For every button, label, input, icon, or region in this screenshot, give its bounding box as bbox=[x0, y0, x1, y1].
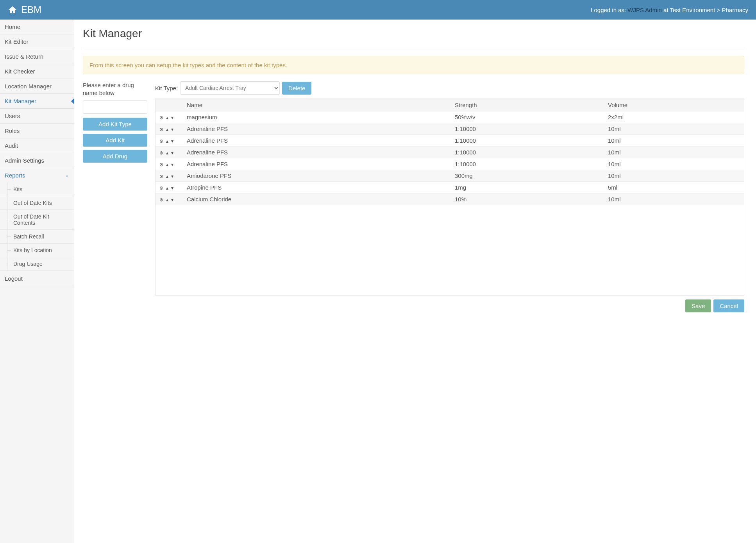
kit-type-panel: Kit Type: Adult Cardiac Arrest Tray Dele… bbox=[155, 81, 744, 312]
drug-table: Name Strength Volume ⊗ ▴ ▾magnesium50%w/… bbox=[155, 99, 744, 205]
remove-icon[interactable]: ⊗ bbox=[159, 127, 163, 132]
drug-name-input[interactable] bbox=[83, 100, 147, 114]
cell-volume: 10ml bbox=[604, 194, 744, 205]
move-up-icon[interactable]: ▴ bbox=[166, 150, 168, 156]
info-banner: From this screen you can setup the kit t… bbox=[83, 56, 744, 74]
add-kit-button[interactable]: Add Kit bbox=[83, 134, 147, 147]
table-row: ⊗ ▴ ▾magnesium50%w/v2x2ml bbox=[155, 111, 744, 123]
reports-label: Reports bbox=[5, 172, 25, 179]
cell-name: Adrenaline PFS bbox=[183, 158, 451, 170]
move-up-icon[interactable]: ▴ bbox=[166, 138, 168, 144]
col-name[interactable]: Name bbox=[183, 99, 451, 111]
login-sep: > bbox=[715, 7, 722, 13]
remove-icon[interactable]: ⊗ bbox=[159, 150, 163, 156]
kit-type-select[interactable]: Adult Cardiac Arrest Tray bbox=[180, 81, 280, 95]
sidebar-subitem-out-of-date-kits[interactable]: Out of Date Kits bbox=[0, 196, 74, 210]
add-drug-button[interactable]: Add Drug bbox=[83, 150, 147, 163]
drug-hint: Please enter a drug name below bbox=[83, 81, 147, 97]
login-user: WJPS Admin bbox=[627, 7, 662, 13]
remove-icon[interactable]: ⊗ bbox=[159, 174, 163, 179]
move-down-icon[interactable]: ▾ bbox=[171, 138, 173, 144]
topbar: EBM Logged in as: WJPS Admin at Test Env… bbox=[0, 0, 756, 20]
cell-strength: 300mg bbox=[451, 170, 604, 182]
sidebar-item-admin-settings[interactable]: Admin Settings bbox=[0, 153, 74, 168]
table-row: ⊗ ▴ ▾Adrenaline PFS1:1000010ml bbox=[155, 147, 744, 158]
remove-icon[interactable]: ⊗ bbox=[159, 185, 163, 191]
home-icon bbox=[8, 5, 17, 14]
sidebar-item-location-manager[interactable]: Location Manager bbox=[0, 79, 74, 93]
cell-volume: 10ml bbox=[604, 123, 744, 135]
remove-icon[interactable]: ⊗ bbox=[159, 162, 163, 167]
move-down-icon[interactable]: ▾ bbox=[171, 150, 173, 156]
move-down-icon[interactable]: ▾ bbox=[171, 174, 173, 179]
move-up-icon[interactable]: ▴ bbox=[166, 174, 168, 179]
cell-strength: 1:10000 bbox=[451, 147, 604, 158]
sidebar-subitem-kits-by-location[interactable]: Kits by Location bbox=[0, 244, 74, 257]
sidebar-item-users[interactable]: Users bbox=[0, 109, 74, 123]
sidebar-item-issue-return[interactable]: Issue & Return bbox=[0, 49, 74, 64]
move-down-icon[interactable]: ▾ bbox=[171, 115, 173, 120]
sidebar-item-kit-manager[interactable]: Kit Manager bbox=[0, 94, 74, 108]
brand-label: EBM bbox=[21, 4, 41, 15]
col-strength[interactable]: Strength bbox=[451, 99, 604, 111]
move-up-icon[interactable]: ▴ bbox=[166, 127, 168, 132]
sidebar-subitem-batch-recall[interactable]: Batch Recall bbox=[0, 230, 74, 243]
cell-strength: 1:10000 bbox=[451, 123, 604, 135]
sidebar-item-reports[interactable]: Reports⌄ bbox=[0, 168, 74, 183]
chevron-down-icon: ⌄ bbox=[65, 172, 69, 178]
cell-name: magnesium bbox=[183, 111, 451, 123]
table-row: ⊗ ▴ ▾Adrenaline PFS1:1000010ml bbox=[155, 123, 744, 135]
sidebar-subitem-kits[interactable]: Kits bbox=[0, 183, 74, 196]
sidebar-item-roles[interactable]: Roles bbox=[0, 124, 74, 138]
sidebar-item-kit-checker[interactable]: Kit Checker bbox=[0, 64, 74, 79]
sidebar-item-audit[interactable]: Audit bbox=[0, 138, 74, 153]
cell-volume: 10ml bbox=[604, 135, 744, 147]
cell-strength: 1:10000 bbox=[451, 158, 604, 170]
cancel-button[interactable]: Cancel bbox=[713, 299, 744, 312]
sidebar-subitem-drug-usage[interactable]: Drug Usage bbox=[0, 257, 74, 271]
add-kit-type-button[interactable]: Add Kit Type bbox=[83, 118, 147, 131]
cell-strength: 1mg bbox=[451, 182, 604, 194]
save-button[interactable]: Save bbox=[685, 299, 711, 312]
login-location-link[interactable]: Pharmacy bbox=[722, 7, 748, 13]
remove-icon[interactable]: ⊗ bbox=[159, 115, 163, 120]
login-status: Logged in as: WJPS Admin at Test Environ… bbox=[591, 7, 748, 13]
col-volume[interactable]: Volume bbox=[604, 99, 744, 111]
cell-volume: 10ml bbox=[604, 158, 744, 170]
move-down-icon[interactable]: ▾ bbox=[171, 197, 173, 203]
move-up-icon[interactable]: ▴ bbox=[166, 115, 168, 120]
cell-strength: 10% bbox=[451, 194, 604, 205]
cell-volume: 2x2ml bbox=[604, 111, 744, 123]
cell-volume: 10ml bbox=[604, 170, 744, 182]
sidebar-item-kit-editor[interactable]: Kit Editor bbox=[0, 34, 74, 49]
cell-name: Amiodarone PFS bbox=[183, 170, 451, 182]
kit-type-label: Kit Type: bbox=[155, 85, 178, 91]
login-at: at bbox=[662, 7, 670, 13]
sidebar-item-logout[interactable]: Logout bbox=[0, 271, 74, 286]
cell-strength: 1:10000 bbox=[451, 135, 604, 147]
move-down-icon[interactable]: ▾ bbox=[171, 162, 173, 167]
brand[interactable]: EBM bbox=[8, 4, 41, 15]
cell-name: Adrenaline PFS bbox=[183, 147, 451, 158]
remove-icon[interactable]: ⊗ bbox=[159, 197, 163, 203]
sidebar-item-home[interactable]: Home bbox=[0, 20, 74, 34]
move-down-icon[interactable]: ▾ bbox=[171, 127, 173, 132]
cell-strength: 50%w/v bbox=[451, 111, 604, 123]
drug-table-wrap: Name Strength Volume ⊗ ▴ ▾magnesium50%w/… bbox=[155, 99, 744, 296]
cell-name: Adrenaline PFS bbox=[183, 135, 451, 147]
move-up-icon[interactable]: ▴ bbox=[166, 162, 168, 167]
table-row: ⊗ ▴ ▾Calcium Chloride10%10ml bbox=[155, 194, 744, 205]
sidebar-subitem-out-of-date-kit-contents[interactable]: Out of Date Kit Contents bbox=[0, 210, 74, 229]
move-down-icon[interactable]: ▾ bbox=[171, 185, 173, 191]
divider bbox=[83, 48, 744, 48]
cell-volume: 5ml bbox=[604, 182, 744, 194]
action-bar: Save Cancel bbox=[155, 299, 744, 312]
cell-name: Atropine PFS bbox=[183, 182, 451, 194]
move-up-icon[interactable]: ▴ bbox=[166, 197, 168, 203]
delete-button[interactable]: Delete bbox=[282, 82, 311, 95]
login-env-link[interactable]: Test Environment bbox=[670, 7, 715, 13]
table-row: ⊗ ▴ ▾Amiodarone PFS300mg10ml bbox=[155, 170, 744, 182]
remove-icon[interactable]: ⊗ bbox=[159, 138, 163, 144]
move-up-icon[interactable]: ▴ bbox=[166, 185, 168, 191]
main-content: Kit Manager From this screen you can set… bbox=[74, 20, 756, 543]
